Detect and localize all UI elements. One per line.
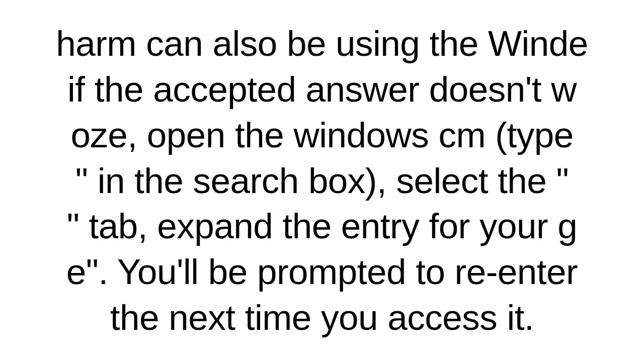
cropped-instruction-text: harm can also be using the Winde if the … [56,21,588,341]
